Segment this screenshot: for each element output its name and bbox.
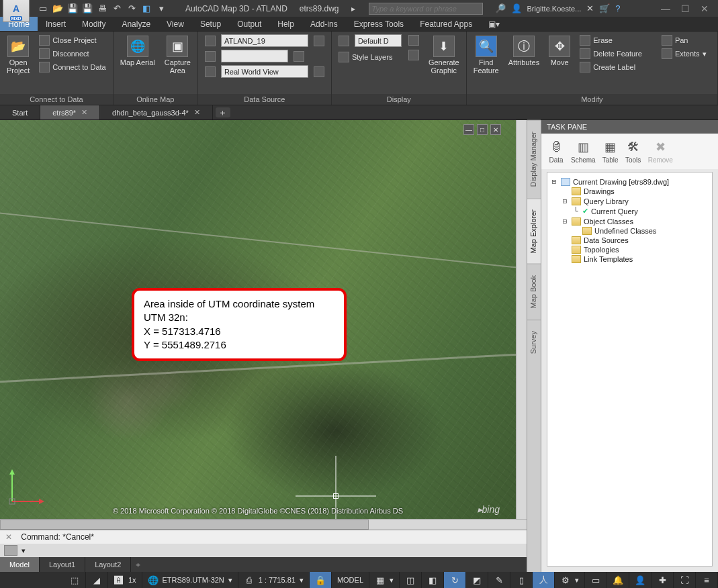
sb-annoscale[interactable]: 🅰1x xyxy=(108,572,142,588)
sb-lock[interactable]: 🔒 xyxy=(310,572,332,588)
create-label-button[interactable]: Create Label xyxy=(577,61,645,73)
user-name[interactable]: Brigitte.Koeste... xyxy=(527,5,582,13)
tp-data-button[interactable]: 🛢Data xyxy=(548,139,564,164)
display-item-icon[interactable] xyxy=(406,34,422,46)
minimize-icon[interactable]: — xyxy=(661,3,670,14)
redo-icon[interactable]: ↷ xyxy=(126,3,137,14)
tab-help[interactable]: Help xyxy=(269,17,302,31)
disconnect-button[interactable]: Disconnect xyxy=(36,48,109,60)
ds-globe-icon[interactable] xyxy=(311,66,327,78)
sb-item[interactable]: ◧ xyxy=(422,572,444,588)
sb-customization[interactable]: ≡ xyxy=(696,572,718,588)
vp-close-icon[interactable]: ✕ xyxy=(490,124,501,135)
doctab-start[interactable]: Start xyxy=(0,105,40,119)
sb-item[interactable]: ◫ xyxy=(400,572,422,588)
sb-snap[interactable]: ◢ xyxy=(86,572,108,588)
sb-item[interactable]: ▭ xyxy=(585,572,607,588)
ribbon-collapse-icon[interactable]: ▣▾ xyxy=(480,17,508,31)
add-tab-button[interactable]: ＋ xyxy=(216,107,230,117)
vp-minimize-icon[interactable]: — xyxy=(463,124,474,135)
sb-viewscale[interactable]: ⎙1 : 7715.81 ▾ xyxy=(238,572,310,588)
close-tab-icon[interactable]: ✕ xyxy=(194,108,200,117)
extents-button[interactable]: Extents ▾ xyxy=(659,48,709,60)
sb-crs[interactable]: 🌐ETRS89.UTM-32N ▾ xyxy=(142,572,238,588)
ds-icon1[interactable] xyxy=(202,35,218,47)
layout-tab-layout1[interactable]: Layout1 xyxy=(40,557,85,572)
sidetab-survey[interactable]: Survey xyxy=(527,320,541,364)
horizontal-scrollbar[interactable] xyxy=(0,519,527,530)
exchange-icon[interactable]: ✕ xyxy=(586,3,594,13)
ds-refresh-icon[interactable] xyxy=(311,35,327,47)
open-project-button[interactable]: 📂 OpenProject xyxy=(4,34,32,76)
erase-button[interactable]: Erase xyxy=(577,34,645,46)
tab-expresstools[interactable]: Express Tools xyxy=(346,17,412,31)
tp-table-button[interactable]: ▦Table xyxy=(602,139,619,164)
view-mode-combo[interactable] xyxy=(221,65,308,78)
ds-sub-combo[interactable] xyxy=(221,50,288,62)
tab-addins[interactable]: Add-ins xyxy=(302,17,346,31)
ds-layers-icon[interactable] xyxy=(291,50,307,62)
signin-icon[interactable]: 👤 xyxy=(511,3,522,13)
close-tab-icon[interactable]: ✕ xyxy=(81,108,87,117)
tab-insert[interactable]: Insert xyxy=(38,17,74,31)
tp-schema-button[interactable]: ▥Schema xyxy=(571,139,596,164)
cmd-prompt-icon[interactable] xyxy=(4,545,17,556)
binoculars-icon[interactable]: 🔎 xyxy=(495,3,506,13)
sb-item[interactable]: 人 xyxy=(533,572,555,588)
vp-restore-icon[interactable]: □ xyxy=(477,124,488,135)
move-button[interactable]: ✥Move xyxy=(546,34,573,68)
display-combo[interactable] xyxy=(355,34,402,47)
close-icon[interactable]: ✕ xyxy=(701,3,709,14)
tab-analyze[interactable]: Analyze xyxy=(114,17,159,31)
qa-overflow-icon[interactable]: ▾ xyxy=(156,3,167,14)
map-explorer-tree[interactable]: ⊟Current Drawing [etrs89.dwg] Drawings ⊟… xyxy=(547,172,713,567)
tp-tools-button[interactable]: 🛠Tools xyxy=(625,139,641,164)
close-project-button[interactable]: Close Project xyxy=(36,34,109,46)
new-icon[interactable]: ▭ xyxy=(38,3,48,14)
sb-item[interactable]: ◩ xyxy=(466,572,488,588)
connect-to-data-button[interactable]: Connect to Data xyxy=(36,61,109,73)
sb-isodraft[interactable]: ⬚ xyxy=(64,572,86,588)
generate-graphic-button[interactable]: ⬇ GenerateGraphic xyxy=(426,34,462,76)
sb-item[interactable]: ⚙▾ xyxy=(555,572,585,588)
sb-grid[interactable]: ▦▾ xyxy=(369,572,400,588)
sidetab-display-manager[interactable]: Display Manager xyxy=(527,120,541,198)
sb-item[interactable]: 👤 xyxy=(629,572,652,588)
drawing-viewport[interactable]: — □ ✕ Area inside of UTM coordinate syst… xyxy=(0,120,516,519)
a360-icon[interactable]: ◧ xyxy=(141,3,152,14)
title-dropdown-icon[interactable]: ▸ xyxy=(351,4,355,13)
tab-setup[interactable]: Setup xyxy=(192,17,229,31)
layout-tab-layout2[interactable]: Layout2 xyxy=(85,557,131,572)
sb-item[interactable]: ▯ xyxy=(510,572,533,588)
undo-icon[interactable]: ↶ xyxy=(111,3,122,14)
sb-item[interactable]: ↻ xyxy=(444,572,466,588)
sb-item[interactable]: ✚ xyxy=(652,572,674,588)
cmd-dropdown-icon[interactable]: ▾ xyxy=(21,546,26,555)
help-icon[interactable]: ? xyxy=(615,3,620,13)
style-layers-button[interactable]: Style Layers xyxy=(336,51,402,63)
plot-icon[interactable]: 🖶 xyxy=(97,3,107,14)
sidetab-map-book[interactable]: Map Book xyxy=(527,264,541,320)
sb-item[interactable]: 🔔 xyxy=(607,572,629,588)
display-item-icon[interactable] xyxy=(406,49,422,61)
saveas-icon[interactable]: 💾 xyxy=(82,3,93,14)
ds-palette-icon[interactable] xyxy=(202,50,218,62)
map-aerial-button[interactable]: 🌐 Map Aerial xyxy=(118,34,158,68)
add-layout-button[interactable]: ＋ xyxy=(131,557,144,572)
attributes-button[interactable]: ⓘAttributes xyxy=(506,34,542,68)
doctab-dhdn[interactable]: dhdn_beta_gauss3d-4*✕ xyxy=(100,105,213,119)
find-feature-button[interactable]: 🔍FindFeature xyxy=(471,34,502,76)
maximize-icon[interactable]: ☐ xyxy=(681,3,690,14)
delete-feature-button[interactable]: Delete Feature xyxy=(577,48,645,60)
sb-item[interactable]: ✎ xyxy=(488,572,510,588)
layout-tab-model[interactable]: Model xyxy=(0,557,40,572)
app-logo[interactable]: AM3D xyxy=(3,0,30,22)
doctab-etrs89[interactable]: etrs89*✕ xyxy=(40,105,100,119)
cart-icon[interactable]: 🛒 xyxy=(599,3,610,13)
cmd-close-icon[interactable]: ✕ xyxy=(5,532,12,542)
tab-featuredapps[interactable]: Featured Apps xyxy=(412,17,480,31)
capture-area-button[interactable]: ▣ CaptureArea xyxy=(162,34,193,76)
display-style-icon[interactable] xyxy=(336,35,352,47)
sb-modelspace[interactable]: MODEL xyxy=(332,572,369,588)
sidetab-map-explorer[interactable]: Map Explorer xyxy=(527,198,541,264)
